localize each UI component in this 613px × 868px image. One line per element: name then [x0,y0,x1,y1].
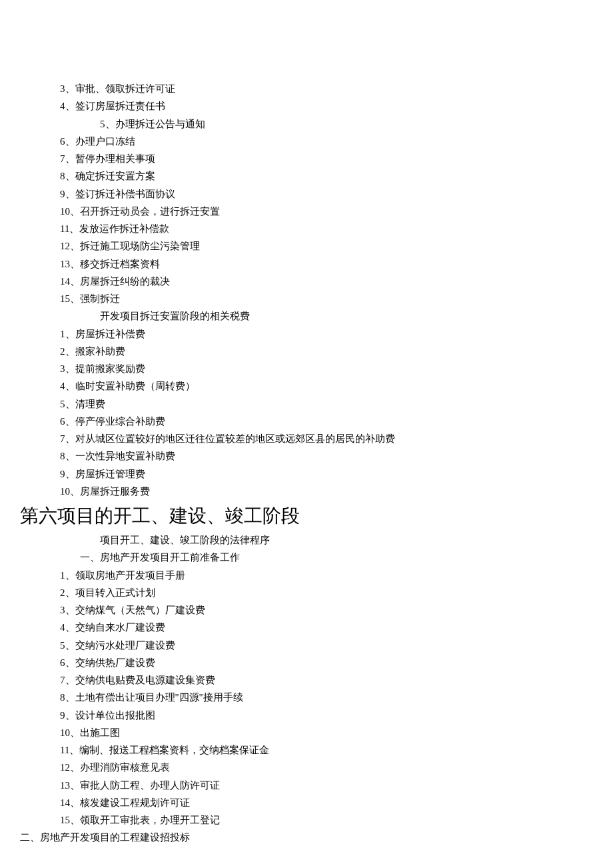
section-heading: 第六项目的开工、建设、竣工阶段 [20,503,593,529]
list-item: 11、发放运作拆迁补偿款 [20,220,593,237]
list-item: 2、项目转入正式计划 [20,584,593,601]
list-item: 6、停产停业综合补助费 [20,413,593,430]
list-item: 5、交纳污水处理厂建设费 [20,637,593,654]
list-item: 9、签订拆迁补偿书面协议 [20,185,593,203]
list-item: 13、审批人防工程、办理人防许可证 [20,777,593,794]
list-item: 8、土地有偿出让项目办理"四源"接用手续 [20,689,593,706]
list-item: 10、召开拆迁动员会，进行拆迁安置 [20,203,593,220]
list-item: 12、拆迁施工现场防尘污染管理 [20,237,593,255]
list-item: 14、核发建设工程规划许可证 [20,794,593,811]
list-item: 4、临时安置补助费（周转费） [20,377,593,395]
list-item: 7、暂停办理相关事项 [20,150,593,167]
list-item: 10、房屋拆迁服务费 [20,483,593,500]
list-item: 15、强制拆迁 [20,290,593,307]
list-item: 12、办理消防审核意见表 [20,759,593,776]
section-subtitle: 一、房地产开发项目开工前准备工作 [20,549,593,566]
list-item: 9、设计单位出报批图 [20,707,593,724]
list-item: 6、办理户口冻结 [20,133,593,150]
list-item: 4、交纳自来水厂建设费 [20,619,593,636]
list-item: 15、领取开工审批表，办理开工登记 [20,811,593,829]
section-subtitle: 二、房地产开发项目的工程建设招投标 [20,829,593,846]
list-item: 13、移交拆迁档案资料 [20,255,593,273]
list-item: 11、编制、报送工程档案资料，交纳档案保证金 [20,741,593,759]
list-item: 5、办理拆迁公告与通知 [20,115,593,133]
list-item: 10、出施工图 [20,724,593,741]
list-item: 1、领取房地产开发项目手册 [20,567,593,584]
list-item: 1、房屋拆迁补偿费 [20,325,593,343]
list-item: 7、对从城区位置较好的地区迁往位置较差的地区或远郊区县的居民的补助费 [20,430,593,447]
list-item: 2、搬家补助费 [20,343,593,360]
list-item: 3、提前搬家奖励费 [20,360,593,377]
list-item: 9、房屋拆迁管理费 [20,465,593,483]
list-item: 4、签订房屋拆迁责任书 [20,97,593,115]
list-item: 7、交纳供电贴费及电源建设集资费 [20,671,593,689]
list-item: 3、审批、领取拆迁许可证 [20,80,593,97]
list-item: 5、清理费 [20,395,593,413]
list-item: 14、房屋拆迁纠纷的裁决 [20,273,593,290]
list-item: 8、一次性异地安置补助费 [20,447,593,465]
list-item: 3、交纳煤气（天然气）厂建设费 [20,601,593,619]
section-subtitle: 项目开工、建设、竣工阶段的法律程序 [20,531,593,549]
list-item: 8、确定拆迁安置方案 [20,167,593,185]
section-subtitle: 开发项目拆迁安置阶段的相关税费 [20,307,593,325]
list-item: 6、交纳供热厂建设费 [20,654,593,671]
